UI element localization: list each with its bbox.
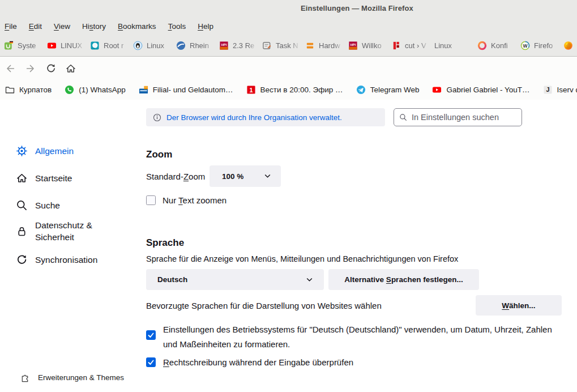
svg-text:W: W: [523, 43, 528, 49]
language-dropdown-value: Deutsch: [157, 275, 187, 284]
tab-label: Konfi: [491, 41, 516, 50]
bookmark-item[interactable]: Telegram Web: [356, 85, 420, 95]
bookmark-item[interactable]: 1Вести в 20:00. Эфир …: [246, 85, 343, 95]
bookmark-item[interactable]: Filial- und Geldautom…: [139, 85, 233, 95]
bookmark-label: Вести в 20:00. Эфир …: [260, 86, 343, 94]
info-icon: [153, 113, 161, 122]
menu-file[interactable]: File: [5, 22, 17, 31]
bookmark-item[interactable]: (1) WhatsApp: [65, 85, 126, 95]
spellcheck-row: Rechtschreibung während der Eingabe über…: [146, 357, 353, 367]
menu-bookmarks[interactable]: Bookmarks: [118, 22, 156, 31]
bookmark-label: Iserv der GGS Tonstra…: [557, 86, 577, 94]
browser-tab[interactable]: Task N: [258, 35, 301, 56]
browser-tab[interactable]: Hardw: [301, 35, 344, 56]
browser-tab[interactable]: LINUX: [43, 35, 86, 56]
sidebar-footer-label: Erweiterungen & Themes: [38, 373, 124, 382]
choose-languages-button[interactable]: Wählen...: [476, 295, 562, 316]
browser-tab[interactable]: Syste: [0, 35, 43, 56]
sidebar-item-startseite[interactable]: Startseite: [16, 167, 135, 189]
bookmark-item[interactable]: JIserv der GGS Tonstra…: [543, 85, 577, 95]
search-icon: [16, 199, 28, 211]
os-locale-checkbox[interactable]: [146, 330, 156, 340]
sidebar-item-suche[interactable]: Suche: [16, 194, 135, 216]
w-circle-icon: W: [520, 41, 530, 50]
browser-tab[interactable]: HPI2.3 Re: [215, 35, 258, 56]
language-dropdown[interactable]: Deutsch: [146, 269, 324, 290]
tab-label: cut › V: [405, 41, 430, 50]
navigation-toolbar: Firefox about:preferences ☆ ut:config“) …: [0, 57, 577, 79]
window-titlebar: Einstellungen — Mozilla Firefox: [0, 0, 577, 17]
browser-tab[interactable]: WFirefo: [516, 35, 559, 56]
browser-tab[interactable]: Linux: [129, 35, 172, 56]
bookmark-label: (1) WhatsApp: [79, 86, 126, 94]
language-section-heading: Sprache: [146, 237, 184, 249]
hpi-icon: HPI: [348, 41, 358, 50]
j-letter-icon: J: [543, 85, 553, 95]
tab-label: Task N: [276, 41, 301, 50]
browser-tab[interactable]: Konfi: [473, 35, 516, 56]
sidebar-item-erweiterungen-themes[interactable]: Erweiterungen & Themes: [20, 373, 124, 382]
menu-edit[interactable]: Edit: [29, 22, 42, 31]
alternative-languages-button[interactable]: Alternative Sprachen festlegen...: [328, 269, 479, 290]
bookmark-item[interactable]: Курпатов: [5, 85, 52, 95]
cut-icon: [391, 41, 401, 50]
sidebar-item-datenschutz-sicherheit[interactable]: Datenschutz & Sicherheit: [16, 219, 135, 243]
menu-view[interactable]: View: [54, 22, 70, 31]
bank-icon: [139, 85, 148, 95]
browser-tab[interactable]: [559, 35, 577, 56]
search-icon: [399, 113, 407, 121]
sidebar-item-label: Synchronisation: [35, 254, 97, 266]
bookmark-item[interactable]: Gabriel Gabriel - YouT…: [432, 85, 529, 95]
tab-label: 2.3 Re: [233, 41, 258, 50]
hardware-icon: [305, 41, 315, 50]
forward-button[interactable]: [23, 61, 38, 76]
bookmark-label: Курпатов: [19, 86, 52, 94]
settings-search-input[interactable]: [411, 112, 515, 122]
lock-icon: [16, 225, 28, 237]
spellcheck-checkbox[interactable]: [146, 357, 156, 367]
red-one-icon: 1: [246, 85, 256, 95]
chevron-down-icon: [306, 278, 313, 282]
task-icon: [262, 41, 272, 50]
browser-tab[interactable]: HPIWillko: [344, 35, 387, 56]
text-zoom-label: Nur Text zoomen: [163, 195, 226, 205]
standard-zoom-dropdown[interactable]: 100 %: [210, 165, 281, 187]
os-locale-row: Einstellungen des Betriebssystems für "D…: [146, 322, 565, 352]
tab-label: Root r: [104, 41, 129, 50]
tab-strip: SysteLINUXRoot rLinuxRheinHPI2.3 ReTask …: [0, 35, 577, 57]
tab-label: Rhein: [190, 41, 215, 50]
firefox-icon: [563, 41, 573, 50]
preferences-page: AllgemeinStartseiteSucheDatenschutz & Si…: [0, 100, 577, 392]
menu-help[interactable]: Help: [198, 22, 213, 31]
tab-label: Linux: [434, 41, 459, 50]
mint-system-icon: [4, 41, 14, 50]
back-button[interactable]: [3, 61, 18, 76]
sidebar-item-synchronisation[interactable]: Synchronisation: [16, 248, 135, 271]
browser-tab[interactable]: cut › V: [387, 35, 430, 56]
tab-label: Linux: [147, 41, 172, 50]
tab-label: Syste: [18, 41, 42, 50]
svg-text:HPI: HPI: [221, 43, 227, 46]
home-button[interactable]: [63, 61, 78, 76]
reload-button[interactable]: [44, 61, 58, 76]
browser-tab[interactable]: Root r: [86, 35, 129, 56]
policy-notice: Der Browser wird durch Ihre Organisation…: [146, 108, 385, 126]
browser-tab[interactable]: Linux: [430, 35, 473, 56]
gear-icon: [16, 145, 28, 157]
standard-zoom-value: 100 %: [222, 172, 243, 181]
menu-tools[interactable]: Tools: [168, 22, 186, 31]
browser-tab[interactable]: Rhein: [172, 35, 215, 56]
policy-notice-link[interactable]: Der Browser wird durch Ihre Organisation…: [166, 113, 342, 122]
menu-history[interactable]: History: [82, 22, 106, 31]
tab-label: Willko: [362, 41, 387, 50]
sidebar-item-label: Datenschutz & Sicherheit: [35, 219, 120, 243]
bookmarks-toolbar: Курпатов(1) WhatsAppFilial- und Geldauto…: [0, 79, 577, 100]
sidebar-item-allgemein[interactable]: Allgemein: [16, 139, 135, 162]
rheinbahn-icon: [176, 41, 186, 50]
tab-label: LINUX: [61, 41, 86, 50]
sidebar-item-label: Allgemein: [35, 145, 74, 157]
language-description: Sprache für die Anzeige von Menüs, Mitte…: [146, 254, 458, 263]
svg-text:1: 1: [249, 86, 253, 93]
telegram-icon: [356, 85, 366, 95]
text-zoom-checkbox[interactable]: [146, 195, 156, 205]
